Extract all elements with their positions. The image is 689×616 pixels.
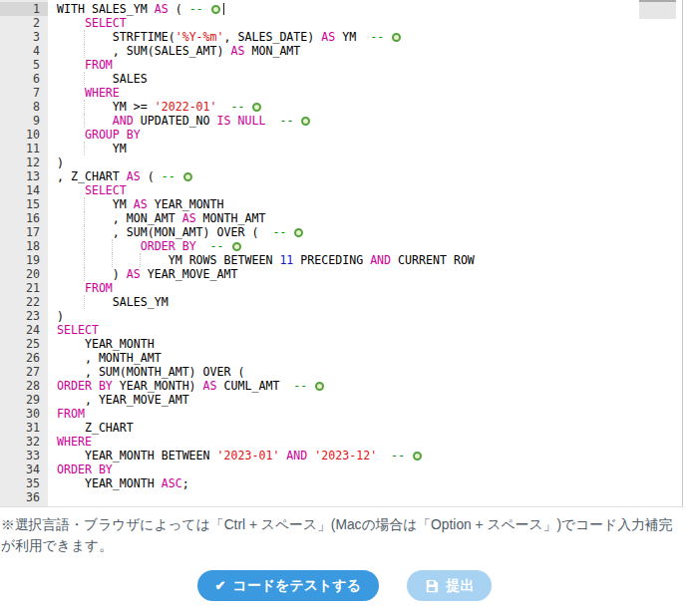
line-number: 2 (0, 16, 48, 30)
code-token: SELECT (57, 323, 99, 337)
code-line[interactable]: WHERE (57, 435, 682, 449)
code-line[interactable]: , MON_AMT AS MONTH_AMT (57, 211, 682, 225)
indent (57, 128, 85, 142)
line-number: 3 (0, 30, 48, 44)
indent (112, 239, 141, 253)
code-token: YEAR_MONTH (148, 197, 224, 211)
code-line[interactable]: ORDER BY -- (57, 239, 682, 253)
indent (57, 225, 85, 239)
code-line[interactable]: YM AS YEAR_MONTH (57, 197, 682, 211)
line-number: 26 (0, 351, 48, 365)
code-line[interactable]: YM (57, 142, 682, 155)
test-code-button[interactable]: ✔ コードをテストする (197, 570, 380, 601)
code-line[interactable]: SELECT (57, 323, 682, 337)
code-line[interactable]: SELECT (57, 183, 682, 197)
code-token: SELECT (85, 16, 127, 30)
code-token (265, 114, 279, 128)
code-line[interactable]: , SUM(MONTH_AMT) OVER ( (57, 365, 682, 379)
comment-marker-icon (252, 103, 261, 112)
indent (57, 449, 85, 462)
text-cursor (223, 3, 225, 15)
indent (84, 295, 113, 309)
indent (84, 100, 113, 114)
code-line[interactable]: ORDER BY (57, 462, 682, 476)
code-line[interactable]: WITH SALES_YM AS ( -- (57, 2, 682, 16)
code-line[interactable]: FROM (57, 407, 682, 421)
code-token: AND (370, 253, 391, 267)
code-line[interactable] (57, 490, 682, 504)
code-token: AS (155, 2, 169, 16)
code-line[interactable]: STRFTIME('%Y-%m', SALES_DATE) AS YM -- (57, 30, 682, 44)
code-token: '%Y-%m' (175, 30, 224, 44)
indent (84, 30, 113, 44)
code-line[interactable]: Z_CHART (57, 421, 682, 435)
code-token: FROM (57, 407, 85, 421)
code-line[interactable]: YEAR_MONTH ASC; (57, 476, 682, 490)
code-token: IS (217, 114, 231, 128)
code-line[interactable]: YEAR_MONTH (57, 337, 682, 351)
code-line[interactable]: WHERE (57, 86, 682, 100)
line-number: 17 (0, 225, 48, 239)
line-number: 10 (0, 128, 48, 142)
indent (57, 337, 85, 351)
code-token: MON_AMT (244, 44, 300, 58)
code-token: , MON_AMT (113, 211, 182, 225)
indent (84, 239, 113, 253)
code-line[interactable]: ) (57, 155, 682, 169)
submit-button-label: 提出 (446, 577, 474, 595)
scrollbar-thumb[interactable] (639, 0, 676, 19)
code-line[interactable]: , SUM(SALES_AMT) AS MON_AMT (57, 44, 682, 58)
code-line[interactable]: SELECT (57, 16, 682, 30)
code-editor[interactable]: 1234567891011121314151617181920212223242… (0, 0, 683, 507)
code-line[interactable]: SALES_YM (57, 295, 682, 309)
code-line[interactable]: , MONTH_AMT (57, 351, 682, 365)
code-line[interactable]: ) (57, 309, 682, 323)
code-line[interactable]: SALES (57, 72, 682, 86)
code-token: PRECEDING (293, 253, 370, 267)
code-token: SALES_YM (113, 295, 169, 309)
code-line[interactable]: FROM (57, 281, 682, 295)
indent (57, 142, 85, 155)
line-number: 22 (0, 295, 48, 309)
code-area[interactable]: WITH SALES_YM AS ( -- SELECT STRFTIME('%… (48, 0, 682, 506)
code-line[interactable]: , YEAR_MOVE_AMT (57, 393, 682, 407)
indent (84, 114, 113, 128)
indent (57, 295, 85, 309)
line-number: 1 (0, 2, 48, 16)
comment-marker-icon (211, 5, 220, 14)
code-token: FROM (85, 58, 113, 72)
code-token: , SUM(SALES_AMT) (113, 44, 231, 58)
submit-button[interactable]: 提出 (407, 570, 492, 601)
action-buttons: ✔ コードをテストする 提出 (0, 570, 689, 601)
indent (57, 100, 85, 114)
code-line[interactable]: AND UPDATED_NO IS NULL -- (57, 114, 682, 128)
code-line[interactable]: , Z_CHART AS ( -- (57, 169, 682, 183)
code-token: AS (134, 197, 148, 211)
code-line[interactable]: GROUP BY (57, 128, 682, 142)
code-line[interactable]: FROM (57, 58, 682, 72)
line-number: 25 (0, 337, 48, 351)
save-icon (425, 579, 439, 593)
code-token: CUML_AMT (217, 379, 294, 393)
code-completion-hint: ※選択言語・ブラウザによっては「Ctrl + スペース」(Macの場合は「Opt… (0, 507, 687, 556)
line-number: 31 (0, 421, 48, 435)
indent (84, 142, 113, 155)
indent (57, 365, 85, 379)
code-token: 11 (279, 253, 293, 267)
line-number: 33 (0, 449, 48, 462)
code-line[interactable]: YM ROWS BETWEEN 11 PRECEDING AND CURRENT… (57, 253, 682, 267)
line-number: 14 (0, 183, 48, 197)
code-line[interactable]: YEAR_MONTH BETWEEN '2023-01' AND '2023-1… (57, 449, 682, 462)
code-line[interactable]: , SUM(MON_AMT) OVER ( -- (57, 225, 682, 239)
code-token: STRFTIME( (113, 30, 175, 44)
code-token: -- (189, 2, 210, 16)
code-token: , SUM(MONTH_AMT) OVER ( (85, 365, 245, 379)
indent (84, 267, 113, 281)
indent (57, 183, 85, 197)
indent (57, 86, 85, 100)
code-token (217, 100, 231, 114)
code-token: -- (231, 100, 252, 114)
code-line[interactable]: YM >= '2022-01' -- (57, 100, 682, 114)
code-line[interactable]: ) AS YEAR_MOVE_AMT (57, 267, 682, 281)
code-line[interactable]: ORDER BY YEAR_MONTH) AS CUML_AMT -- (57, 379, 682, 393)
